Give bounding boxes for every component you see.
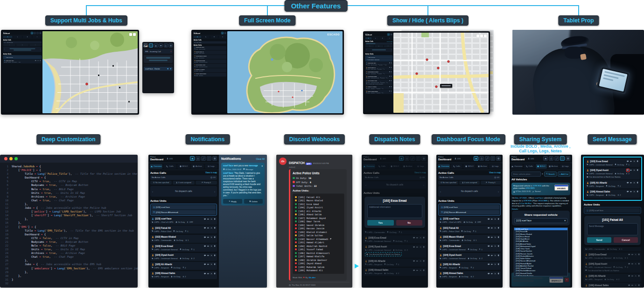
unit-card[interactable]: [106] Ahmed Salim LSPD - Sergeant <box>194 73 226 77</box>
dispatch-carousel[interactable]: ‹› <box>3 47 42 52</box>
locate-icon[interactable] <box>214 218 216 220</box>
unit-card[interactable]: [102] Mazen Khaled LSPD - CommanderOn Du… <box>365 71 392 75</box>
unit-card[interactable]: [101] Faisal Ali LSPD - Police ChiefOn D… <box>365 66 392 70</box>
incoming-call-bar[interactable]: 999 - Incoming Call! <box>3 41 42 43</box>
chat-icon[interactable] <box>204 236 206 238</box>
maximize-icon[interactable] <box>14 157 18 160</box>
unit-card[interactable]: [106] Ahmed Salim LSPD - SergeantOn Duty… <box>150 271 217 279</box>
chat-icon[interactable] <box>488 218 490 220</box>
view-in-map-link[interactable]: View in map <box>489 171 501 174</box>
queued-unit[interactable]: [210] Nasser Alhammadi <box>366 59 392 61</box>
chevron-down-icon[interactable]: ▾ <box>261 165 263 167</box>
share-icon[interactable] <box>34 32 36 34</box>
unit-card[interactable]: [104] Ziyad Assiri LSPD - Lieutenant Gen… <box>438 253 501 261</box>
tab-bolo[interactable] <box>379 37 386 40</box>
tab-calls[interactable]: Calls <box>524 164 535 169</box>
locate-icon[interactable] <box>497 245 499 247</box>
chat-icon[interactable] <box>204 254 206 256</box>
map-controls[interactable] <box>476 34 487 37</box>
unit-card[interactable]: [106] Ahmed Salim LSPD - SergeantOn Duty… <box>438 271 501 279</box>
unit-select[interactable]: [123] scarf face▾ <box>514 218 567 223</box>
share-icon[interactable] <box>164 43 168 48</box>
bodycam-icon[interactable] <box>207 254 209 256</box>
queued-unit[interactable]: [123] scarf face <box>440 205 499 209</box>
bodycam-icon[interactable] <box>207 236 209 238</box>
chat-icon[interactable] <box>488 254 490 256</box>
delete-bolo-button[interactable]: × <box>565 278 569 282</box>
fullscreen-icon[interactable] <box>36 32 39 34</box>
unit-card[interactable]: [103] Essa Emad LSPD - Lieutenant Genera… <box>150 244 217 252</box>
locate-icon[interactable] <box>214 254 216 256</box>
add-car-button[interactable]: + Add Car <box>558 171 570 177</box>
dropdown-option[interactable]: [208] Ibrahim Basheer <box>514 274 567 276</box>
clear-search-icon[interactable]: × <box>542 172 543 175</box>
plate-search-input[interactable] <box>511 171 541 177</box>
remove-icon[interactable] <box>210 273 212 274</box>
grid-icon[interactable] <box>224 32 226 34</box>
unit-card[interactable]: [101] Faisal Ali LSPD - Police ChiefOn D… <box>150 226 217 233</box>
tab-bolo[interactable]: BOLO <box>463 164 476 169</box>
grid-icon[interactable] <box>39 32 42 34</box>
remove-icon[interactable] <box>494 273 496 274</box>
person-icon[interactable] <box>154 43 158 48</box>
tab-archive[interactable]: Archive <box>476 164 489 169</box>
reply-button[interactable]: Reply <box>223 199 242 204</box>
chat-icon[interactable] <box>204 218 206 220</box>
message-input[interactable] <box>587 223 638 235</box>
unit-card[interactable]: [103] Essa Emad LSPD - Lieutenant Genera… <box>364 235 426 243</box>
unit-card[interactable]: [101] Faisal Ali LSPD - Police ChiefOn D… <box>438 226 501 233</box>
bodycam-icon[interactable] <box>207 218 209 220</box>
island-map[interactable]: ESCADO <box>227 31 343 113</box>
bodycam-icon[interactable] <box>491 236 493 238</box>
author-link[interactable]: i2s.dev <box>309 276 316 279</box>
tab-archive[interactable]: Archive <box>191 164 203 169</box>
remove-icon[interactable] <box>494 254 496 256</box>
locate-icon[interactable] <box>497 254 499 256</box>
remove-icon[interactable] <box>210 254 212 256</box>
home-icon[interactable] <box>387 34 390 36</box>
locate-icon[interactable] <box>214 227 216 229</box>
unit-card[interactable]: [123] scarf face LSPD - Chief of LSPDOn … <box>438 217 501 225</box>
minimize-icon[interactable] <box>9 157 13 160</box>
unit-card[interactable]: [105] Ali Alharbi LSPD - SergeantOn Duty… <box>438 262 501 270</box>
cancel-button[interactable]: Cancel <box>614 237 638 243</box>
code-lines[interactable]: 1Shared.JobsHub = {2 ['POLICE'] = {3 Tit… <box>0 163 138 287</box>
queued-unit[interactable]: [210] Nasser Alhammadi <box>440 210 499 214</box>
search-button[interactable]: Search <box>544 171 557 177</box>
locate-icon[interactable] <box>214 263 216 265</box>
view-in-map-link[interactable]: View in map <box>387 41 392 42</box>
unit-card[interactable]: [103] Essa Emad LSPD - Lieutenant Genera… <box>194 59 226 63</box>
cam-icon[interactable] <box>159 43 163 48</box>
resize-icon[interactable] <box>201 156 206 161</box>
unit-card[interactable]: [105] Ali Alharbi LSPD - SergeantOn Duty… <box>364 259 426 267</box>
unit-card[interactable]: [104] Ziyad Assiri LSPD - Lieutenant Gen… <box>584 261 641 273</box>
unit-card[interactable]: [106] Ahmed Salim LSPD - SergeantOn Duty… <box>365 90 392 94</box>
tab-calls[interactable] <box>202 36 210 38</box>
chat-icon[interactable] <box>627 169 629 171</box>
alerts-map[interactable] <box>393 33 489 113</box>
unit-card[interactable]: [104] Ziyad Assiri LSPD - Lieutenant Gen… <box>364 245 426 258</box>
home-icon[interactable] <box>31 32 33 34</box>
grid-icon[interactable] <box>168 43 173 48</box>
home-icon[interactable] <box>474 156 478 161</box>
tab-logs[interactable] <box>219 36 227 38</box>
assigned-unit[interactable]: scarf face - Doctor <box>144 67 173 71</box>
chat-icon[interactable] <box>204 245 206 247</box>
queued-unit[interactable]: [123] scarf face <box>4 56 41 58</box>
home-icon[interactable] <box>190 156 195 161</box>
tab-bolo[interactable]: BOLO <box>177 164 190 169</box>
chat-icon[interactable] <box>627 182 629 184</box>
chat-icon[interactable] <box>204 263 206 265</box>
remove-icon[interactable] <box>210 236 212 238</box>
send-button[interactable]: Send <box>587 237 611 243</box>
clear-all-button[interactable]: Clear All <box>256 158 265 160</box>
no-button[interactable]: No <box>396 220 423 226</box>
unit-card[interactable]: [105] Ali Alharbi LSPD - SergeantOn Duty… <box>584 274 641 282</box>
remove-icon[interactable] <box>494 218 496 220</box>
locate-icon[interactable] <box>497 227 499 229</box>
unit-card[interactable]: [101] Faisal Ali LSPD - Police Chief <box>194 50 226 55</box>
bodycam-icon[interactable] <box>491 227 493 229</box>
queued-unit[interactable]: [123] scarf face <box>152 205 216 209</box>
remove-icon[interactable] <box>210 245 212 247</box>
tab-logs[interactable]: Logs <box>205 164 217 169</box>
